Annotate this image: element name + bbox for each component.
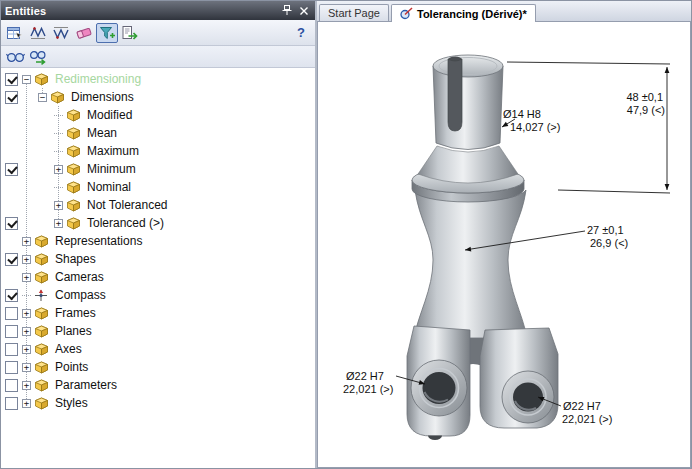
tree-item-minimum[interactable]: +Minimum — [1, 160, 315, 178]
tree-item-checkbox[interactable] — [5, 253, 18, 266]
expand-icon[interactable]: + — [22, 309, 31, 318]
dimension-measured[interactable]: 47,9 (<) — [627, 104, 665, 116]
tree-item-nominal[interactable]: Nominal — [1, 178, 315, 196]
tree-item-checkbox[interactable] — [5, 91, 18, 104]
tree-item-checkbox[interactable] — [5, 325, 18, 338]
tree-item-label[interactable]: Toleranced (>) — [85, 216, 166, 230]
tree-item-checkbox[interactable] — [5, 73, 18, 86]
glasses-export-icon[interactable] — [27, 47, 49, 67]
dimension-d14[interactable]: Ø14 H8 14,027 (>) — [502, 108, 560, 133]
tree-item-label[interactable]: Planes — [53, 324, 94, 338]
dimension-value[interactable]: 48 ±0,1 — [626, 91, 663, 103]
collapse-icon[interactable]: − — [22, 75, 31, 84]
tree-item-label[interactable]: Dimensions — [69, 90, 136, 104]
expand-icon[interactable]: + — [22, 237, 31, 246]
viewport-canvas[interactable]: 48 ±0,1 47,9 (<) Ø14 H8 14,027 (>) 27 ±0… — [318, 22, 690, 467]
dimension-measured[interactable]: 14,027 (>) — [510, 121, 560, 133]
tree-item-label[interactable]: Styles — [53, 396, 90, 410]
entities-titlebar[interactable]: Entities — [1, 1, 315, 20]
tree-item-axes[interactable]: +Axes — [1, 340, 315, 358]
expand-icon[interactable]: + — [22, 399, 31, 408]
tree-item-label[interactable]: Parameters — [53, 378, 119, 392]
curve-max-icon[interactable] — [50, 23, 72, 43]
tree-item-label[interactable]: Modified — [85, 108, 134, 122]
tree-item-label[interactable]: Minimum — [85, 162, 138, 176]
expand-icon[interactable]: + — [22, 363, 31, 372]
tree-item-styles[interactable]: +Styles — [1, 394, 315, 412]
tree-item-not-toleranced[interactable]: +Not Toleranced — [1, 196, 315, 214]
tree-item-frames[interactable]: +Frames — [1, 304, 315, 322]
curve-min-icon[interactable] — [27, 23, 49, 43]
part-neck-cone[interactable] — [418, 146, 518, 183]
tree-item-toleranced[interactable]: +Toleranced (>) — [1, 214, 315, 232]
help-icon[interactable]: ? — [297, 25, 312, 40]
part-shaft-top[interactable] — [433, 55, 503, 77]
expand-icon[interactable]: + — [54, 219, 63, 228]
sheet-select-icon[interactable] — [4, 23, 26, 43]
close-icon[interactable] — [296, 4, 311, 18]
tree-item-checkbox[interactable] — [5, 163, 18, 176]
tree-item-label[interactable]: Not Toleranced — [85, 198, 170, 212]
tree-connector — [54, 115, 63, 116]
tree-item-label[interactable]: Points — [53, 360, 90, 374]
tree-item-checkbox[interactable] — [5, 397, 18, 410]
dimension-value[interactable]: Ø14 H8 — [503, 108, 541, 120]
tree-item-label[interactable]: Cameras — [53, 270, 106, 284]
tree-item-checkbox[interactable] — [5, 379, 18, 392]
tree-item-planes[interactable]: +Planes — [1, 322, 315, 340]
dimension-value[interactable]: 27 ±0,1 — [587, 224, 624, 236]
tree-item-checkbox[interactable] — [5, 217, 18, 230]
part-trunk[interactable] — [414, 190, 527, 338]
expand-icon[interactable]: + — [22, 381, 31, 390]
expand-icon[interactable]: + — [22, 255, 31, 264]
tree-item-dimensions[interactable]: −Dimensions — [1, 88, 315, 106]
tree-item-points[interactable]: +Points — [1, 358, 315, 376]
part-left-hole[interactable] — [423, 372, 456, 404]
dimension-value[interactable]: Ø22 H7 — [563, 400, 601, 412]
entities-tree[interactable]: −Redimensioning−DimensionsModifiedMeanMa… — [1, 68, 315, 468]
tree-item-checkbox[interactable] — [5, 307, 18, 320]
filter-icon[interactable] — [96, 23, 118, 43]
part-shaft[interactable] — [433, 66, 503, 150]
expand-icon[interactable]: + — [22, 327, 31, 336]
tree-item-label[interactable]: Redimensioning — [53, 72, 143, 86]
tree-item-cameras[interactable]: +Cameras — [1, 268, 315, 286]
3d-viewport[interactable]: 48 ±0,1 47,9 (<) Ø14 H8 14,027 (>) 27 ±0… — [317, 21, 691, 468]
expand-icon[interactable]: + — [22, 273, 31, 282]
tree-item-label[interactable]: Axes — [53, 342, 84, 356]
tree-item-parameters[interactable]: +Parameters — [1, 376, 315, 394]
dimension-measured[interactable]: 22,021 (>) — [343, 383, 393, 395]
tree-item-label[interactable]: Compass — [53, 288, 108, 302]
glasses-icon[interactable] — [4, 47, 26, 67]
tree-item-maximum[interactable]: Maximum — [1, 142, 315, 160]
tree-item-checkbox[interactable] — [5, 343, 18, 356]
tree-item-checkbox[interactable] — [5, 289, 18, 302]
collapse-icon[interactable]: − — [38, 93, 47, 102]
tree-item-shapes[interactable]: +Shapes — [1, 250, 315, 268]
tree-item-modified[interactable]: Modified — [1, 106, 315, 124]
tab-tolerancing[interactable]: Tolerancing (Dérivé)* — [391, 4, 536, 22]
expand-icon[interactable]: + — [22, 345, 31, 354]
pin-icon[interactable] — [279, 4, 294, 18]
tree-item-redimensioning[interactable]: −Redimensioning — [1, 70, 315, 88]
tree-item-compass[interactable]: Compass — [1, 286, 315, 304]
tree-item-mean[interactable]: Mean — [1, 124, 315, 142]
dimension-measured[interactable]: 26,9 (<) — [590, 237, 628, 249]
expand-icon[interactable]: + — [54, 201, 63, 210]
export-icon[interactable] — [119, 23, 141, 43]
eraser-icon[interactable] — [73, 23, 95, 43]
tree-item-label[interactable]: Mean — [85, 126, 119, 140]
part-keyway-slot[interactable] — [448, 59, 462, 131]
tree-item-label[interactable]: Frames — [53, 306, 98, 320]
cube-icon — [34, 306, 50, 320]
tree-item-label[interactable]: Shapes — [53, 252, 98, 266]
tree-item-representations[interactable]: +Representations — [1, 232, 315, 250]
dimension-value[interactable]: Ø22 H7 — [346, 370, 384, 382]
tree-item-label[interactable]: Nominal — [85, 180, 133, 194]
tab-start-page[interactable]: Start Page — [319, 4, 389, 21]
tree-item-label[interactable]: Maximum — [85, 144, 141, 158]
dimension-measured[interactable]: 22,021 (>) — [562, 413, 612, 425]
tree-item-checkbox[interactable] — [5, 361, 18, 374]
expand-icon[interactable]: + — [54, 165, 63, 174]
tree-item-label[interactable]: Representations — [53, 234, 144, 248]
